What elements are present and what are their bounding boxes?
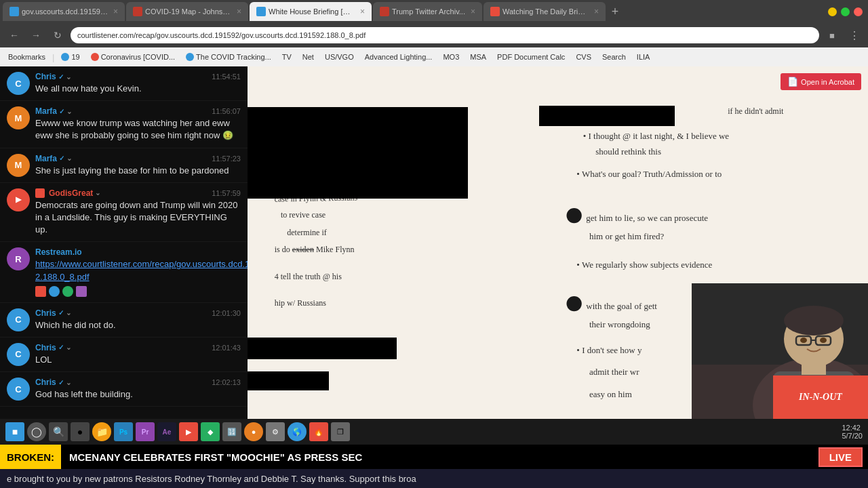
list-item: R Restream.io 12:00:23 https://www.court… <box>0 242 248 302</box>
refresh-button[interactable]: ↻ <box>49 26 66 44</box>
tab-1-label: gov.uscourts.dcd.191592.18... <box>22 7 108 16</box>
taskbar-fire[interactable]: 🔥 <box>309 422 328 441</box>
window-close[interactable] <box>854 7 863 16</box>
message-text: Which he did not do. <box>35 319 241 331</box>
browser-window: gov.uscourts.dcd.191592.18... × COVID-19… <box>0 0 868 488</box>
bm-coronavirus[interactable]: Coronavirus [COVID... <box>87 52 179 62</box>
window-maximize[interactable] <box>841 7 850 16</box>
bm-corona-label: Coronavirus [COVID... <box>101 53 175 61</box>
chevron-icon: ⌄ <box>66 73 71 81</box>
chat-link[interactable]: https://www.courtlistener.com/recap/gov.… <box>35 259 248 281</box>
avatar: M <box>7 106 30 129</box>
taskbar-chrome[interactable]: ● <box>71 422 90 441</box>
taskbar-settings[interactable]: ⚙ <box>266 422 285 441</box>
taskbar-search[interactable]: 🔍 <box>49 422 68 441</box>
acrobat-button[interactable]: 📄 Open in Acrobat <box>781 73 861 90</box>
tab-1-close[interactable]: × <box>113 7 118 16</box>
avatar: C <box>7 343 30 366</box>
message-body: Chris ✓ ⌄ 12:01:30 Which he did not do. <box>35 308 241 331</box>
svg-text:should rethink this: should rethink this <box>595 146 661 157</box>
message-time: 11:54:51 <box>212 73 241 81</box>
bm-lighting[interactable]: Advanced Lighting... <box>361 52 437 62</box>
bm-corona-icon <box>91 53 99 61</box>
tab-3-close[interactable]: × <box>360 7 365 16</box>
bm-usvgo[interactable]: US/VGO <box>321 52 358 62</box>
bm-cvs[interactable]: CVS <box>572 52 595 62</box>
bm-mo3-label: MO3 <box>443 53 459 61</box>
verified-icon: ✓ <box>58 379 64 386</box>
extensions-button[interactable]: ■ <box>823 26 841 44</box>
bm-ilia[interactable]: ILIA <box>633 52 654 62</box>
bm-msa[interactable]: MSA <box>466 52 490 62</box>
in-n-out-logo: IN-N-OUT <box>773 375 868 419</box>
svg-text:determine if: determine if <box>287 228 328 237</box>
tab-2-close[interactable]: × <box>237 7 241 16</box>
bm-bookmarks-label: Bookmarks <box>8 53 45 61</box>
message-header: Marfa ✓ ⌄ 11:57:23 <box>35 154 241 163</box>
yt-icon <box>35 188 45 198</box>
bm-mo3[interactable]: MO3 <box>439 52 463 62</box>
message-body: Chris ✓ ⌄ 11:54:51 We all now hate you K… <box>35 72 241 95</box>
chat-sidebar: C Chris ✓ ⌄ 11:54:51 We all now hate you… <box>0 66 248 419</box>
message-header: GodisGreat ⌄ 11:57:59 <box>35 188 241 198</box>
chevron-icon: ⌄ <box>66 155 72 162</box>
svg-point-35 <box>820 338 827 343</box>
message-body: GodisGreat ⌄ 11:57:59 Democrats are goin… <box>35 188 241 237</box>
tab-4-close[interactable]: × <box>471 7 475 16</box>
bm-net-label: Net <box>302 53 314 61</box>
message-username: Marfa ✓ ⌄ <box>35 106 72 116</box>
message-time: 12:01:30 <box>212 309 241 317</box>
bm-tv[interactable]: TV <box>278 52 296 62</box>
taskbar-globe[interactable]: 🌎 <box>288 422 307 441</box>
message-body: Marfa ✓ ⌄ 11:57:23 She is just laying th… <box>35 154 241 177</box>
bm-pdf[interactable]: PDF Document Calc <box>493 52 569 62</box>
taskbar-orange-app[interactable]: ● <box>244 422 263 441</box>
menu-button[interactable]: ⋮ <box>845 26 863 44</box>
back-button[interactable]: ← <box>5 26 23 44</box>
bm-net[interactable]: Net <box>298 52 318 62</box>
tab-4[interactable]: Trump Twitter Archiv... × <box>373 2 482 21</box>
taskbar-explorer[interactable]: 📁 <box>92 422 111 441</box>
taskbar-green[interactable]: ◆ <box>201 422 220 441</box>
bm-bookmarks[interactable]: Bookmarks <box>4 52 50 62</box>
tab-5-close[interactable]: × <box>594 7 599 16</box>
tab-4-favicon <box>380 7 389 16</box>
list-item: ▶ GodisGreat ⌄ 11:57:59 Democrats are go… <box>0 183 248 243</box>
verified-icon: ✓ <box>59 108 64 115</box>
svg-point-16 <box>567 296 582 311</box>
diamond-icon <box>76 286 87 297</box>
list-item: C Chris ✓ ⌄ 11:54:51 We all now hate you… <box>0 66 248 101</box>
address-bar-row: ← → ↻ ■ ⋮ <box>0 23 868 47</box>
svg-point-34 <box>800 338 807 343</box>
bm-lighting-label: Advanced Lighting... <box>365 53 433 61</box>
bm-search[interactable]: Search <box>598 52 630 62</box>
message-username: Chris ✓ ⌄ <box>35 378 71 387</box>
bm-pdf-label: PDF Document Calc <box>497 53 565 61</box>
svg-text:their wrongdoing: their wrongdoing <box>589 319 650 329</box>
taskbar-start[interactable]: ■ <box>5 422 24 441</box>
address-input[interactable] <box>71 27 819 43</box>
taskbar-extra[interactable]: ❐ <box>331 422 350 441</box>
redacted-bar-1 <box>248 338 397 359</box>
taskbar-pr[interactable]: Pr <box>136 422 155 441</box>
window-minimize[interactable] <box>828 7 837 16</box>
list-item: C Chris ✓ ⌄ 12:02:13 God has left the bu… <box>0 372 248 407</box>
taskbar-cortana[interactable]: ◯ <box>27 422 46 441</box>
tab-3[interactable]: White House Briefing [C-SPAN... × <box>250 2 372 21</box>
tab-1[interactable]: gov.uscourts.dcd.191592.18... × <box>3 2 125 21</box>
tab-5[interactable]: Watching The Daily Briefing W... × <box>484 2 606 21</box>
bm-covid-tracking[interactable]: The COVID Tracking... <box>182 52 275 62</box>
taskbar-calc[interactable]: 🔢 <box>222 422 241 441</box>
message-text: We all now hate you Kevin. <box>35 83 241 95</box>
bm-19[interactable]: 19 <box>57 52 83 62</box>
tab-2[interactable]: COVID-19 Map - Johns Hopkin... × <box>126 2 248 21</box>
new-tab-button[interactable]: + <box>607 3 623 20</box>
message-body: Chris ✓ ⌄ 12:01:43 LOL <box>35 343 241 366</box>
forward-button[interactable]: → <box>27 26 45 44</box>
message-body: Marfa ✓ ⌄ 11:56:07 Ewww we know trump wa… <box>35 106 241 142</box>
pdf-area: case in Flynn & Russians to revive case … <box>248 66 868 419</box>
message-time: 11:57:59 <box>212 189 241 197</box>
taskbar-video[interactable]: ▶ <box>179 422 198 441</box>
taskbar-ps[interactable]: Ps <box>114 422 133 441</box>
taskbar-ae[interactable]: Ae <box>157 422 176 441</box>
